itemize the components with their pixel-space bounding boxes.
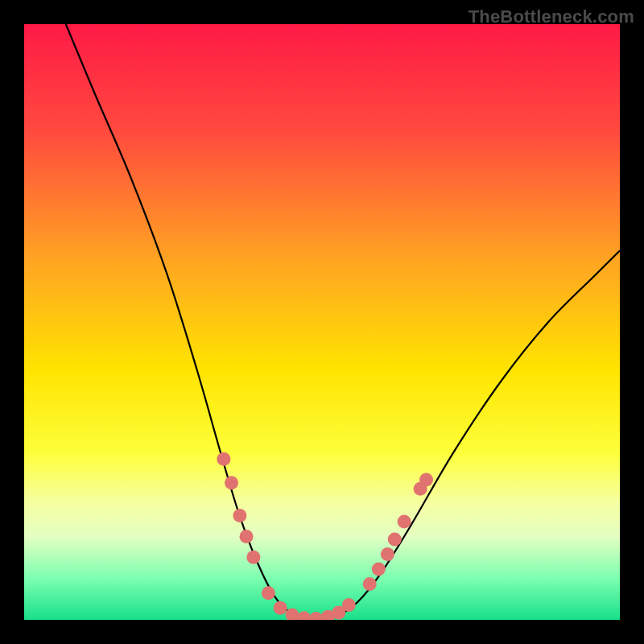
watermark-text: TheBottleneck.com bbox=[469, 6, 634, 27]
marker-dot bbox=[388, 533, 402, 547]
marker-dot bbox=[398, 514, 411, 528]
plot-area bbox=[24, 24, 620, 620]
marker-dot bbox=[246, 551, 260, 564]
marker-dot bbox=[381, 547, 394, 561]
chart-svg bbox=[24, 24, 620, 620]
marker-dot bbox=[372, 563, 386, 576]
marker-dot bbox=[217, 452, 230, 466]
marker-dot bbox=[262, 586, 275, 600]
marker-dot bbox=[225, 476, 238, 489]
marker-dot bbox=[240, 530, 254, 543]
marker-dot bbox=[233, 509, 246, 522]
marker-dot bbox=[363, 577, 377, 591]
gradient-background bbox=[24, 24, 620, 620]
marker-dot bbox=[419, 473, 433, 487]
marker-dot bbox=[342, 598, 356, 612]
chart-container: TheBottleneck.com bbox=[0, 0, 644, 644]
marker-dot bbox=[274, 601, 287, 615]
